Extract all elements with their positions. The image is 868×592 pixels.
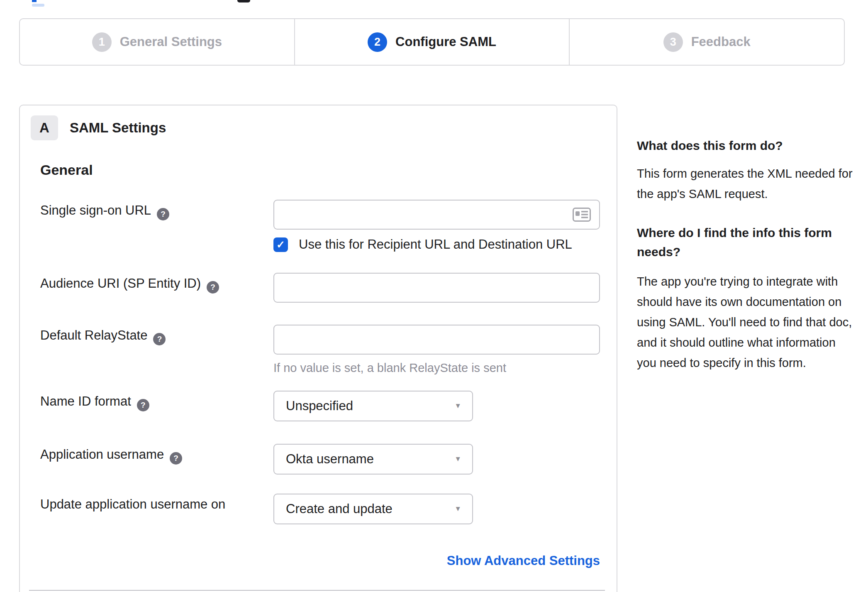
- chevron-down-icon: ▼: [454, 505, 461, 513]
- field-row-application-username: Application username? Okta username ▼: [40, 444, 602, 475]
- clipped-toggle-fragment: [237, 0, 250, 2]
- update-username-on-label: Update application username on: [40, 494, 273, 524]
- step-2-circle: 2: [368, 32, 387, 52]
- application-username-select[interactable]: Okta username ▼: [273, 444, 473, 475]
- help-icon[interactable]: ?: [137, 399, 149, 411]
- field-row-update-username-on: Update application username on Create an…: [40, 494, 602, 524]
- panel-title: SAML Settings: [70, 120, 166, 136]
- help-icon[interactable]: ?: [153, 333, 166, 345]
- help-icon[interactable]: ?: [170, 452, 182, 465]
- advanced-settings-row: Show Advanced Settings: [40, 553, 600, 568]
- name-id-format-label: Name ID format?: [40, 391, 273, 421]
- sidebar-paragraph-what: This form generates the XML needed for t…: [637, 164, 853, 204]
- section-divider: [29, 590, 605, 591]
- default-relaystate-label: Default RelayState?: [40, 325, 273, 375]
- field-row-single-sign-on-url: Single sign-on URL?: [40, 200, 602, 252]
- single-sign-on-url-input-wrap: [273, 200, 600, 230]
- chevron-down-icon: ▼: [454, 402, 461, 410]
- name-id-format-select[interactable]: Unspecified ▼: [273, 391, 473, 421]
- update-username-on-select[interactable]: Create and update ▼: [273, 494, 473, 524]
- help-icon[interactable]: ?: [207, 281, 219, 294]
- recipient-url-checkbox-row: ✓ Use this for Recipient URL and Destina…: [273, 237, 600, 252]
- step-1-circle: 1: [92, 32, 112, 52]
- clipped-back-link-ghost: [32, 4, 44, 7]
- step-configure-saml[interactable]: 2 Configure SAML: [294, 19, 569, 65]
- sidebar-heading-what: What does this form do?: [637, 136, 853, 155]
- wizard-stepper: 1 General Settings 2 Configure SAML 3 Fe…: [19, 18, 845, 66]
- help-icon[interactable]: ?: [157, 208, 169, 220]
- step-1-label: General Settings: [120, 34, 222, 49]
- step-general-settings[interactable]: 1 General Settings: [20, 19, 294, 65]
- step-3-circle: 3: [663, 32, 683, 52]
- panel-header: A SAML Settings: [31, 115, 602, 140]
- sidebar-paragraph-where: The app you're trying to integrate with …: [637, 272, 853, 373]
- audience-uri-label: Audience URI (SP Entity ID)?: [40, 273, 273, 303]
- recipient-url-checkbox[interactable]: ✓: [273, 237, 288, 252]
- single-sign-on-url-input[interactable]: [273, 200, 600, 230]
- field-row-name-id-format: Name ID format? Unspecified ▼: [40, 391, 602, 421]
- section-a-badge: A: [31, 115, 58, 140]
- relaystate-hint: If no value is set, a blank RelayState i…: [273, 361, 600, 375]
- application-username-label: Application username?: [40, 444, 273, 475]
- saml-settings-panel: A SAML Settings General Single sign-on U…: [19, 105, 617, 592]
- clipped-back-link-fragment: [32, 0, 37, 2]
- step-3-label: Feedback: [691, 34, 751, 49]
- field-row-audience-uri: Audience URI (SP Entity ID)?: [40, 273, 602, 303]
- name-id-format-value: Unspecified: [286, 399, 353, 413]
- audience-uri-input[interactable]: [273, 273, 600, 303]
- chevron-down-icon: ▼: [454, 455, 461, 463]
- application-username-value: Okta username: [286, 452, 374, 467]
- sidebar-heading-where: Where do I find the info this form needs…: [637, 223, 853, 262]
- help-sidebar: What does this form do? This form genera…: [637, 136, 853, 373]
- check-icon: ✓: [276, 239, 285, 251]
- contact-card-icon: [573, 208, 591, 222]
- step-2-label: Configure SAML: [395, 34, 496, 49]
- update-username-on-value: Create and update: [286, 501, 393, 516]
- show-advanced-settings-link[interactable]: Show Advanced Settings: [447, 553, 600, 568]
- configure-saml-page: 1 General Settings 2 Configure SAML 3 Fe…: [0, 0, 868, 592]
- recipient-url-checkbox-label[interactable]: Use this for Recipient URL and Destinati…: [299, 237, 572, 252]
- general-section-heading: General: [40, 162, 602, 178]
- step-feedback[interactable]: 3 Feedback: [569, 19, 844, 65]
- field-row-default-relaystate: Default RelayState? If no value is set, …: [40, 325, 602, 375]
- single-sign-on-url-label: Single sign-on URL?: [40, 200, 273, 252]
- default-relaystate-input[interactable]: [273, 325, 600, 355]
